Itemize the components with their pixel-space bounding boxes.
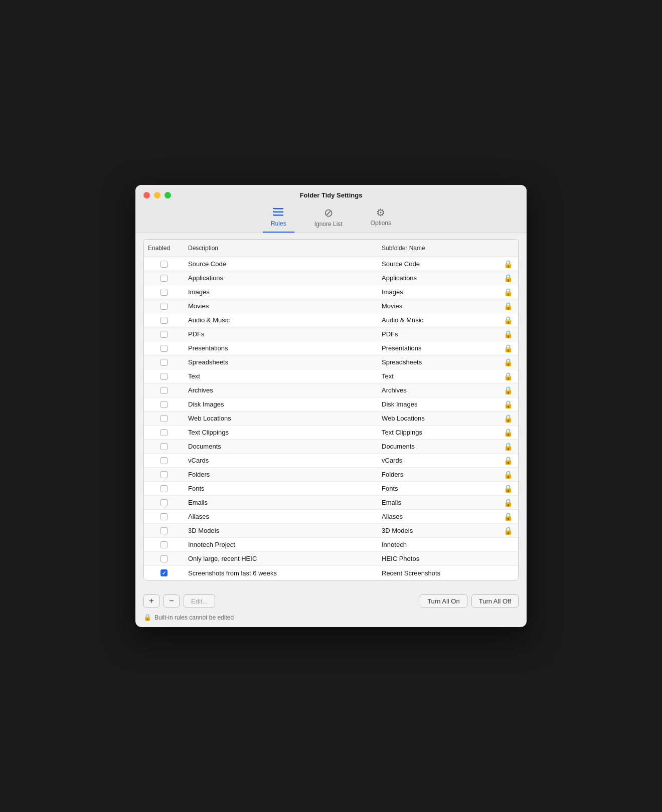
rule-checkbox[interactable] xyxy=(160,289,168,296)
rule-checkbox[interactable] xyxy=(160,443,168,450)
rule-checkbox[interactable] xyxy=(160,275,168,282)
cell-enabled xyxy=(144,469,184,480)
cell-subfolder: Folders xyxy=(378,469,498,480)
cell-subfolder: vCards xyxy=(378,455,498,466)
rule-checkbox[interactable] xyxy=(160,569,168,576)
cell-lock: 🔒 xyxy=(498,286,518,299)
lock-icon: 🔒 xyxy=(504,470,513,479)
col-header-enabled: Enabled xyxy=(144,243,184,254)
cell-subfolder: Fonts xyxy=(378,483,498,494)
rule-checkbox[interactable] xyxy=(160,527,168,534)
rule-checkbox[interactable] xyxy=(160,513,168,520)
cell-subfolder: Audio & Music xyxy=(378,314,498,326)
cell-lock xyxy=(498,557,518,561)
cell-description: Presentations xyxy=(184,342,378,354)
cell-subfolder: Images xyxy=(378,286,498,298)
tab-options[interactable]: ⚙ Options xyxy=(363,205,399,233)
cell-description: Applications xyxy=(184,272,378,284)
rule-checkbox[interactable] xyxy=(160,387,168,394)
cell-enabled xyxy=(144,329,184,340)
lock-icon: 🔒 xyxy=(504,498,513,507)
cell-enabled xyxy=(144,455,184,466)
close-button[interactable] xyxy=(143,192,150,198)
content-area: Enabled Description Subfolder Name Sourc… xyxy=(135,233,527,588)
edit-rule-button[interactable]: Edit... xyxy=(184,594,215,607)
rule-checkbox[interactable] xyxy=(160,331,168,338)
table-row: Text ClippingsText Clippings🔒 xyxy=(144,426,518,440)
table-row: TextText🔒 xyxy=(144,369,518,383)
cell-lock: 🔒 xyxy=(498,258,518,271)
lock-icon: 🔒 xyxy=(504,316,513,325)
tab-ignore-list[interactable]: ⊘ Ignore List xyxy=(306,205,351,233)
rule-checkbox[interactable] xyxy=(160,317,168,324)
tab-rules-label: Rules xyxy=(271,220,286,227)
cell-description: Innotech Project xyxy=(184,539,378,550)
footer-toolbar: + − Edit... Turn All On Turn All Off xyxy=(135,588,527,612)
lock-icon: 🔒 xyxy=(504,274,513,283)
add-rule-button[interactable]: + xyxy=(143,594,159,607)
cell-lock: 🔒 xyxy=(498,300,518,313)
cell-description: Source Code xyxy=(184,258,378,270)
cell-lock: 🔒 xyxy=(498,524,518,537)
cell-subfolder: HEIC Photos xyxy=(378,553,498,564)
rule-checkbox[interactable] xyxy=(160,303,168,310)
cell-subfolder: Source Code xyxy=(378,258,498,270)
cell-lock: 🔒 xyxy=(498,510,518,523)
cell-enabled xyxy=(144,441,184,452)
table-row: ApplicationsApplications🔒 xyxy=(144,271,518,285)
rule-checkbox[interactable] xyxy=(160,359,168,366)
cell-enabled xyxy=(144,287,184,298)
maximize-button[interactable] xyxy=(164,192,171,198)
cell-lock xyxy=(498,571,518,575)
rule-checkbox[interactable] xyxy=(160,457,168,464)
lock-icon: 🔒 xyxy=(504,260,513,269)
lock-icon: 🔒 xyxy=(504,330,513,339)
rule-checkbox[interactable] xyxy=(160,499,168,506)
cell-subfolder: Disk Images xyxy=(378,398,498,410)
titlebar: Folder Tidy Settings Rules ⊘ xyxy=(135,185,527,233)
svg-rect-1 xyxy=(273,212,283,213)
table-row: MoviesMovies🔒 xyxy=(144,299,518,313)
remove-rule-button[interactable]: − xyxy=(163,594,180,607)
table-row: Only large, recent HEICHEIC Photos xyxy=(144,552,518,566)
rule-checkbox[interactable] xyxy=(160,485,168,492)
rule-checkbox[interactable] xyxy=(160,541,168,548)
cell-lock: 🔒 xyxy=(498,412,518,425)
cell-description: PDFs xyxy=(184,328,378,340)
titlebar-top: Folder Tidy Settings xyxy=(143,192,519,198)
cell-lock: 🔒 xyxy=(498,468,518,481)
rule-checkbox[interactable] xyxy=(160,373,168,380)
rule-checkbox[interactable] xyxy=(160,471,168,478)
rule-checkbox[interactable] xyxy=(160,415,168,422)
cell-enabled xyxy=(144,385,184,396)
rule-checkbox[interactable] xyxy=(160,401,168,408)
table-row: PDFsPDFs🔒 xyxy=(144,327,518,341)
turn-all-on-button[interactable]: Turn All On xyxy=(420,594,467,607)
rule-checkbox[interactable] xyxy=(160,555,168,562)
table-row: SpreadsheetsSpreadsheets🔒 xyxy=(144,355,518,369)
tab-options-label: Options xyxy=(371,220,391,227)
rule-checkbox[interactable] xyxy=(160,429,168,436)
cell-lock: 🔒 xyxy=(498,342,518,355)
footer-note-text: Built-in rules cannot be edited xyxy=(154,614,234,621)
col-header-lock xyxy=(498,243,518,254)
cell-enabled xyxy=(144,371,184,382)
table-row: Screenshots from last 6 weeksRecent Scre… xyxy=(144,566,518,580)
cell-enabled xyxy=(144,567,184,578)
cell-lock: 🔒 xyxy=(498,384,518,397)
cell-lock: 🔒 xyxy=(498,272,518,285)
lock-icon: 🔒 xyxy=(504,386,513,395)
cell-subfolder: Spreadsheets xyxy=(378,356,498,368)
cell-lock: 🔒 xyxy=(498,440,518,453)
cell-enabled xyxy=(144,483,184,494)
turn-all-off-button[interactable]: Turn All Off xyxy=(471,594,519,607)
rule-checkbox[interactable] xyxy=(160,261,168,268)
cell-lock: 🔒 xyxy=(498,328,518,341)
rule-checkbox[interactable] xyxy=(160,345,168,352)
minimize-button[interactable] xyxy=(154,192,160,198)
tab-ignore-list-label: Ignore List xyxy=(314,221,343,228)
tab-rules[interactable]: Rules xyxy=(263,205,294,233)
cell-subfolder: 3D Models xyxy=(378,525,498,536)
cell-enabled xyxy=(144,539,184,550)
footer-right: Turn All On Turn All Off xyxy=(420,594,519,607)
